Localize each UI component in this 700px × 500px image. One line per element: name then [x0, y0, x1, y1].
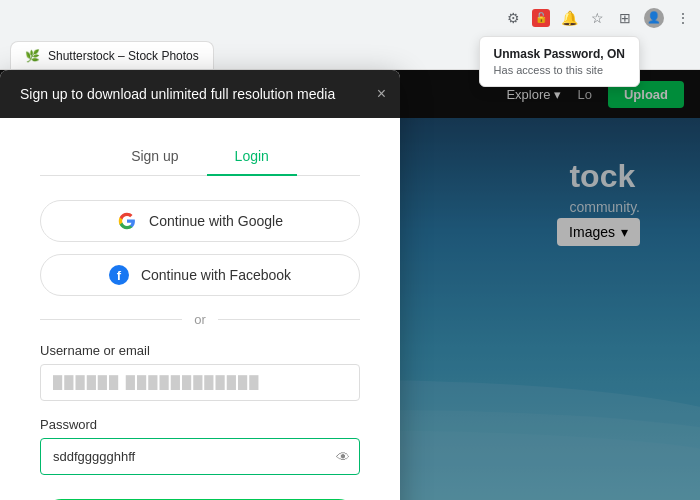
tab-login[interactable]: Login	[207, 138, 297, 176]
google-signin-button[interactable]: Continue with Google	[40, 200, 360, 242]
tooltip-title: Unmask Password, ON	[494, 47, 625, 61]
tab-title: Shutterstock – Stock Photos	[48, 49, 199, 63]
unmask-icon[interactable]: 🔓	[532, 9, 550, 27]
modal-close-button[interactable]: ×	[377, 85, 386, 103]
browser-avatar[interactable]: 👤	[644, 8, 664, 28]
divider: or	[40, 312, 360, 327]
auth-tabs: Sign up Login	[40, 138, 360, 176]
browser-toolbar: ⚙ 🔓 🔔 ☆ ⊞ 👤 ⋮	[0, 0, 700, 35]
password-wrapper: 👁	[40, 438, 360, 475]
password-label: Password	[40, 417, 360, 432]
facebook-button-label: Continue with Facebook	[141, 267, 291, 283]
browser-menu-icon[interactable]: ⋮	[674, 9, 692, 27]
tab-favicon: 🌿	[25, 49, 40, 63]
password-toggle-icon[interactable]: 👁	[336, 449, 350, 465]
bell-icon[interactable]: 🔔	[560, 9, 578, 27]
puzzle-icon[interactable]: ⊞	[616, 9, 634, 27]
modal-header-text: Sign up to download unlimited full resol…	[20, 86, 335, 102]
modal-header: Sign up to download unlimited full resol…	[0, 70, 400, 118]
google-button-label: Continue with Google	[149, 213, 283, 229]
divider-line-right	[218, 319, 360, 320]
facebook-icon: f	[109, 265, 129, 285]
tooltip-description: Has access to this site	[494, 64, 625, 76]
username-input[interactable]	[40, 364, 360, 401]
active-tab[interactable]: 🌿 Shutterstock – Stock Photos	[10, 41, 214, 69]
facebook-signin-button[interactable]: f Continue with Facebook	[40, 254, 360, 296]
browser-toolbar-icons: ⚙ 🔓 🔔 ☆ ⊞ 👤 ⋮	[504, 8, 692, 28]
star-icon[interactable]: ☆	[588, 9, 606, 27]
tooltip-popup: Unmask Password, ON Has access to this s…	[479, 36, 640, 87]
google-icon	[117, 211, 137, 231]
modal-body: Sign up Login Continue with Google	[0, 118, 400, 500]
divider-text: or	[194, 312, 206, 327]
auth-modal: Sign up to download unlimited full resol…	[0, 70, 400, 500]
modal-overlay: Sign up to download unlimited full resol…	[0, 70, 700, 500]
tab-signup[interactable]: Sign up	[103, 138, 206, 176]
divider-line-left	[40, 319, 182, 320]
username-label: Username or email	[40, 343, 360, 358]
extensions-icon[interactable]: ⚙	[504, 9, 522, 27]
password-input[interactable]	[40, 438, 360, 475]
